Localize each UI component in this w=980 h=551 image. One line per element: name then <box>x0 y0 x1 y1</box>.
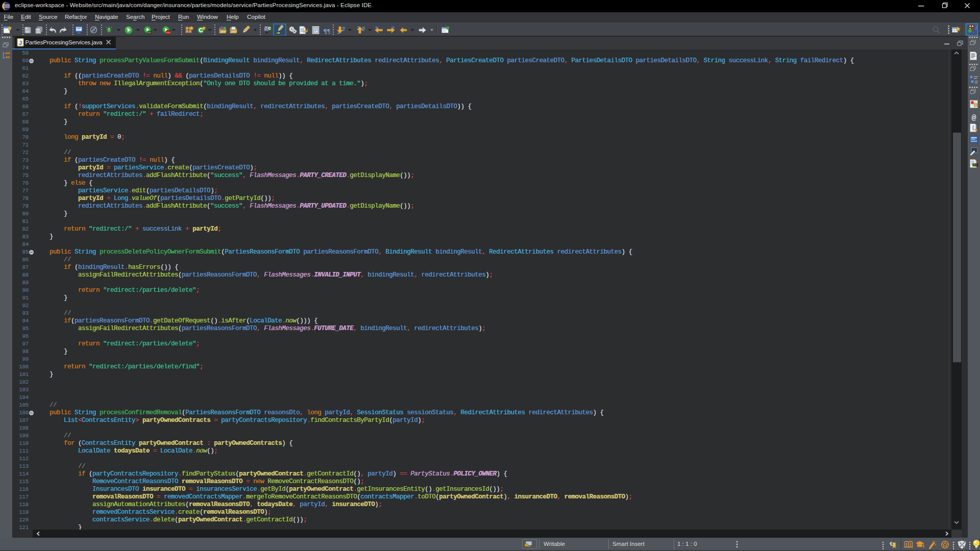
svg-text:¶: ¶ <box>324 27 327 35</box>
svg-text:J: J <box>974 25 977 31</box>
svg-text:@: @ <box>971 114 976 122</box>
svg-text:J: J <box>19 40 22 46</box>
svg-text:¶: ¶ <box>327 27 330 35</box>
svg-text:C: C <box>268 26 271 31</box>
